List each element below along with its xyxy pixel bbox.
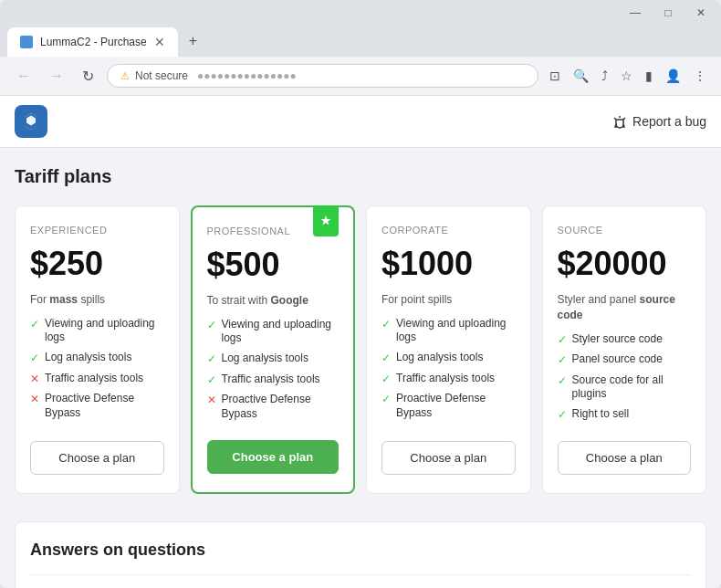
cross-icon: ✕: [207, 394, 216, 408]
new-tab-button[interactable]: +: [178, 26, 208, 57]
feature-item: ✓Proactive Defense Bypass: [381, 392, 516, 420]
cross-icon: ✕: [30, 373, 39, 387]
feature-item: ✓Viewing and uploading logs: [30, 317, 164, 345]
feature-item: ✓Viewing and uploading logs: [381, 317, 516, 345]
choose-plan-button-source[interactable]: Choose a plan: [558, 441, 692, 475]
extensions-icon[interactable]: ▮: [642, 67, 656, 85]
feature-item: ✓Traffic analysis tools: [207, 373, 340, 388]
faq-section: Answers on questions What's your takeawa…: [15, 521, 706, 588]
minimize-button[interactable]: —: [622, 4, 648, 22]
feature-item: ✕Traffic analysis tools: [30, 372, 164, 387]
check-icon: ✓: [30, 318, 39, 332]
feature-item: ✓Right to sell: [558, 407, 692, 423]
feature-item: ✓Log analysis tools: [381, 351, 516, 366]
refresh-button[interactable]: ↻: [77, 66, 99, 87]
check-icon: ✓: [30, 352, 39, 366]
faq-title: Answers on questions: [30, 541, 691, 560]
check-icon: ✓: [207, 373, 216, 388]
choose-plan-button-corporate[interactable]: Choose a plan: [381, 441, 516, 475]
share-icon[interactable]: ⤴: [598, 67, 611, 85]
address-bar[interactable]: ⚠ Not secure ●●●●●●●●●●●●●●●: [107, 64, 538, 88]
plan-price-experienced: $250: [30, 245, 164, 283]
maximize-button[interactable]: □: [655, 4, 681, 22]
check-icon: ✓: [207, 319, 216, 333]
plan-price-corporate: $1000: [381, 245, 516, 283]
feature-item: ✓Source code for all plugins: [558, 373, 692, 402]
tab-favicon: [20, 36, 33, 48]
plan-features-experienced: ✓Viewing and uploading logs ✓Log analysi…: [30, 317, 164, 423]
security-label: Not secure: [135, 69, 188, 82]
app-logo: [15, 105, 47, 138]
choose-plan-button-professional[interactable]: Choose a plan: [207, 440, 340, 474]
forward-button[interactable]: →: [44, 66, 69, 86]
plan-name-corporate: CORPORATE: [381, 225, 516, 236]
plan-name-source: SOURCE: [558, 225, 692, 236]
feature-item: ✓Styler source code: [558, 332, 692, 348]
menu-icon[interactable]: ⋮: [690, 67, 710, 85]
plan-price-professional: $500: [207, 246, 340, 284]
plan-card-experienced: EXPERIENCED $250 For mass spills ✓Viewin…: [15, 205, 180, 494]
check-icon: ✓: [381, 393, 391, 407]
address-bar-row: ← → ↻ ⚠ Not secure ●●●●●●●●●●●●●●● ⊡ 🔍 ⤴…: [0, 57, 721, 96]
featured-badge: [313, 205, 339, 236]
check-icon: ✓: [558, 353, 567, 368]
feature-item: ✓Panel source code: [558, 352, 692, 368]
back-button[interactable]: ←: [11, 66, 37, 86]
plan-desc-professional: To strait with Google: [207, 293, 340, 309]
check-icon: ✓: [558, 374, 567, 389]
browser-content: Report a bug Tariff plans EXPERIENCED $2…: [0, 96, 721, 588]
check-icon: ✓: [558, 333, 567, 348]
plan-price-source: $20000: [558, 245, 692, 283]
plan-name-experienced: EXPERIENCED: [30, 225, 164, 236]
bookmark-icon[interactable]: ☆: [617, 67, 636, 85]
cross-icon: ✕: [30, 393, 39, 407]
search-icon[interactable]: 🔍: [569, 67, 592, 85]
check-icon: ✓: [381, 318, 391, 332]
screenshot-icon[interactable]: ⊡: [546, 67, 564, 85]
tab-close-icon[interactable]: ✕: [154, 35, 165, 49]
check-icon: ✓: [207, 352, 216, 367]
feature-item: ✓Log analysis tools: [207, 352, 340, 367]
app-header: Report a bug: [0, 96, 721, 148]
plan-features-corporate: ✓Viewing and uploading logs ✓Log analysi…: [381, 317, 516, 423]
choose-plan-button-experienced[interactable]: Choose a plan: [30, 441, 164, 475]
check-icon: ✓: [558, 408, 567, 423]
plan-card-professional: PROFESSIONAL $500 To strait with Google …: [191, 205, 356, 494]
active-tab[interactable]: LummaC2 - Purchase ✕: [7, 27, 178, 57]
plan-features-professional: ✓Viewing and uploading logs ✓Log analysi…: [207, 318, 340, 422]
feature-item: ✓Viewing and uploading logs: [207, 318, 340, 346]
close-button[interactable]: ✕: [688, 4, 714, 22]
plan-desc-corporate: For point spills: [381, 292, 516, 308]
feature-item: ✓Traffic analysis tools: [381, 372, 516, 387]
url-text: ●●●●●●●●●●●●●●●: [197, 69, 297, 82]
bug-icon: [612, 114, 627, 129]
pricing-grid: EXPERIENCED $250 For mass spills ✓Viewin…: [15, 205, 706, 494]
browser-action-buttons: ⊡ 🔍 ⤴ ☆ ▮ 👤 ⋮: [546, 67, 710, 85]
plan-desc-experienced: For mass spills: [30, 292, 164, 308]
feature-item: ✕Proactive Defense Bypass: [207, 393, 340, 421]
profile-icon[interactable]: 👤: [662, 67, 684, 85]
faq-item-0[interactable]: What's your takeaway? ⌄: [30, 574, 691, 588]
plan-features-source: ✓Styler source code ✓Panel source code ✓…: [558, 332, 692, 423]
plan-card-corporate: CORPORATE $1000 For point spills ✓Viewin…: [366, 205, 531, 494]
main-content: Tariff plans EXPERIENCED $250 For mass s…: [0, 148, 721, 588]
report-bug-label: Report a bug: [632, 114, 706, 129]
report-bug-button[interactable]: Report a bug: [612, 114, 706, 129]
plan-desc-source: Styler and panel source code: [558, 292, 692, 323]
page-title: Tariff plans: [15, 166, 706, 187]
check-icon: ✓: [381, 352, 391, 366]
check-icon: ✓: [381, 373, 391, 387]
feature-item: ✕Proactive Defense Bypass: [30, 392, 164, 420]
tab-label: LummaC2 - Purchase: [40, 36, 147, 48]
plan-card-source: SOURCE $20000 Styler and panel source co…: [542, 205, 707, 494]
security-warning-icon: ⚠: [120, 70, 130, 82]
feature-item: ✓Log analysis tools: [30, 351, 164, 366]
